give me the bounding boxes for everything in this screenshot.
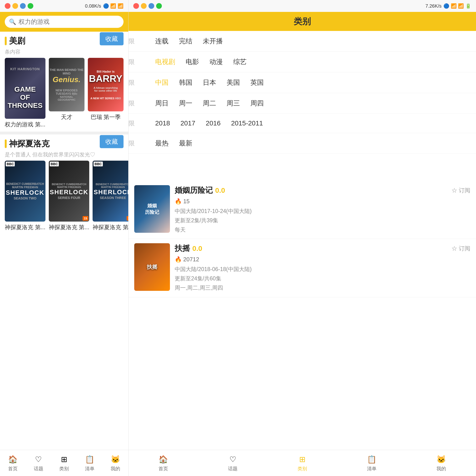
movie-card-sherlock1[interactable]: BENEDICT CUMBERBATCHMARTIN FREEMAN SHERL… <box>5 161 46 231</box>
filter-label-5: 限 <box>129 139 152 148</box>
left-nav-list[interactable]: 📋 清单 <box>77 454 102 472</box>
movie-card-sherlock3[interactable]: BENEDICT CUMBERBATCHMARTIN FREEMAN SHERL… <box>93 161 128 231</box>
filter-meiguo[interactable]: 美国 <box>224 77 243 88</box>
right-page-header: 类别 <box>129 12 476 31</box>
filter-wanjie[interactable]: 完结 <box>176 35 195 47</box>
movie-title-sherlock1: 神探夏洛克 第... <box>5 223 46 231</box>
filter-label-4: 限 <box>129 119 152 128</box>
filter-row-3: 限 周日 周一 周二 周三 周四 <box>129 93 476 114</box>
list-title-fuyao: 扶摇 <box>175 243 190 254</box>
filter-dianshiju[interactable]: 电视剧 <box>152 56 178 68</box>
left-status-dots <box>5 3 33 9</box>
section1-name: 美剧 <box>9 35 25 46</box>
list-score-hunlv: 0.0 <box>215 186 225 194</box>
dot-red <box>5 3 11 9</box>
section2-collect-btn[interactable]: 收藏 <box>100 135 123 148</box>
filter-zongyi[interactable]: 综艺 <box>230 56 249 68</box>
search-input-wrap[interactable]: 🔍 <box>5 16 123 28</box>
left-panel: 0.08K/s 🔵 📶 📶 🔍 美剧 条内容 收藏 <box>0 0 129 476</box>
filter-zhouri[interactable]: 周日 <box>152 97 171 109</box>
list-item-fuyao[interactable]: 扶摇 扶摇 0.0 ☆ 订阅 🔥 20712 中国大陆/2018-06-18(中… <box>129 239 476 297</box>
list-meta-fuyao: 中国大陆/2018-06-18(中国大陆) 更新至24集/共60集 周一,周二,… <box>175 265 470 292</box>
right-panel: 7.26K/s 🔵 📶 📶 🔋 类别 限 连载 完结 未开播 限 电视剧 <box>129 0 476 476</box>
section2-name: 神探夏洛克 <box>9 138 50 149</box>
filter-zhouyi[interactable]: 周一 <box>176 97 195 109</box>
movie-card-genius[interactable]: THE MAN BEHIND THE MIND Genius. NEW EPIS… <box>49 58 85 128</box>
dot-blue <box>20 3 26 9</box>
filter-options-5: 最热 最新 <box>152 137 476 149</box>
right-home-icon: 🏠 <box>158 454 169 465</box>
section1-movie-grid: KIT HARINGTON GAMEOFTHRONES 权力的游戏 第... T… <box>0 55 128 132</box>
filter-zhouer[interactable]: 周二 <box>200 97 219 109</box>
movie-card-got[interactable]: KIT HARINGTON GAMEOFTHRONES 权力的游戏 第... <box>5 58 46 128</box>
filter-row-5: 限 最热 最新 <box>129 133 476 154</box>
bbc-badge-3: BBC <box>94 162 102 166</box>
list-meta-hunlv: 中国大陆/2017-10-24(中国大陆) 更新至2集/共39集 每天 <box>175 206 470 235</box>
left-nav-home[interactable]: 🏠 首页 <box>0 454 26 472</box>
movie-title-barry: 巴瑞 第一季 <box>88 113 123 121</box>
filter-zhousan[interactable]: 周三 <box>224 97 243 109</box>
filter-zuixin[interactable]: 最新 <box>176 137 195 149</box>
list-item-hunlv[interactable]: 婚姻历险记 婚姻历险记 0.0 ☆ 订阅 🔥 15 中国大陆/2017-10-2… <box>129 181 476 239</box>
right-page-title: 类别 <box>294 16 311 27</box>
left-nav-profile[interactable]: 🐱 我的 <box>102 454 128 472</box>
filter-options-3: 周日 周一 周二 周三 周四 <box>152 97 476 109</box>
age-badge-3: 15 <box>127 216 128 221</box>
right-top-section: 限 连载 完结 未开播 限 电视剧 电影 动漫 综艺 限 <box>129 31 476 178</box>
filter-2016[interactable]: 2016 <box>203 118 223 129</box>
list-score-fuyao: 0.0 <box>192 244 202 253</box>
left-nav-home-label: 首页 <box>8 465 17 472</box>
right-nav-profile[interactable]: 🐱 我的 <box>407 454 476 472</box>
filter-2018[interactable]: 2018 <box>152 118 173 129</box>
list-hot-hunlv: 🔥 15 <box>175 198 470 205</box>
filter-row-4: 限 2018 2017 2016 2015-2011 <box>129 114 476 133</box>
filter-dianying[interactable]: 电影 <box>183 56 202 68</box>
left-status-bar: 0.08K/s 🔵 📶 📶 <box>0 0 128 12</box>
filter-options-4: 2018 2017 2016 2015-2011 <box>152 118 476 129</box>
filter-2017[interactable]: 2017 <box>178 118 198 129</box>
fire-icon-fuyao: 🔥 <box>175 256 182 263</box>
poster-hunlv: 婚姻历险记 <box>134 185 170 233</box>
movie-card-barry[interactable]: Bill Hader is BARRY A hitman searchingfo… <box>88 58 123 128</box>
right-profile-icon: 🐱 <box>436 454 446 465</box>
filter-yingguo[interactable]: 英国 <box>248 77 267 88</box>
filter-dongman[interactable]: 动漫 <box>206 56 226 68</box>
filter-riben[interactable]: 日本 <box>200 77 219 88</box>
section1-collect-btn[interactable]: 收藏 <box>100 32 123 46</box>
right-nav-list[interactable]: 📋 清单 <box>337 454 407 472</box>
left-nav-profile-label: 我的 <box>111 465 120 472</box>
filter-lianbo[interactable]: 连载 <box>152 35 171 47</box>
movie-title-got: 权力的游戏 第... <box>5 121 46 128</box>
search-input[interactable] <box>18 18 119 25</box>
poster-sherlock3: BENEDICT CUMBERBATCHMARTIN FREEMAN SHERL… <box>93 161 128 221</box>
movie-title-genius: 天才 <box>49 113 85 121</box>
movie-card-sherlock2[interactable]: BENEDICT CUMBERBATCHMARTIN FREEMAN SHERL… <box>49 161 89 231</box>
filter-label-0: 限 <box>129 37 152 46</box>
fire-icon-hunlv: 🔥 <box>175 198 182 205</box>
dot-green-r <box>156 3 162 9</box>
right-nav-profile-label: 我的 <box>437 465 446 472</box>
category-icon: ⊞ <box>59 454 69 465</box>
section2-desc: 是个普通人 但在我的世界里闪闪发光♡ <box>0 152 100 160</box>
poster-got: KIT HARINGTON GAMEOFTHRONES <box>5 58 46 119</box>
right-nav-topic[interactable]: ♡ 话题 <box>198 454 268 472</box>
right-nav-category[interactable]: ⊞ 类别 <box>268 454 337 472</box>
section2-movie-grid: BENEDICT CUMBERBATCHMARTIN FREEMAN SHERL… <box>0 158 128 235</box>
filter-weikaibo[interactable]: 未开播 <box>200 35 226 47</box>
right-status-bar: 7.26K/s 🔵 📶 📶 🔋 <box>129 0 476 12</box>
right-nav-topic-label: 话题 <box>228 465 238 472</box>
subscribe-btn-hunlv[interactable]: ☆ 订阅 <box>452 187 470 194</box>
filter-zhousi[interactable]: 周四 <box>248 97 267 109</box>
filter-label-2: 限 <box>129 79 152 87</box>
left-nav-topic[interactable]: ♡ 话题 <box>26 454 51 472</box>
left-network-speed: 0.08K/s 🔵 📶 📶 <box>85 3 123 9</box>
subscribe-btn-fuyao[interactable]: ☆ 订阅 <box>452 245 470 252</box>
filter-2015-2011[interactable]: 2015-2011 <box>228 118 266 129</box>
filter-hanguo[interactable]: 韩国 <box>176 77 195 88</box>
left-nav-category[interactable]: ⊞ 类别 <box>51 454 77 472</box>
right-status-dots <box>133 3 162 9</box>
right-nav-home[interactable]: 🏠 首页 <box>129 454 198 472</box>
filter-zhongguo[interactable]: 中国 <box>152 77 171 88</box>
filter-zuire[interactable]: 最热 <box>152 137 171 149</box>
left-nav-list-label: 清单 <box>85 465 95 472</box>
